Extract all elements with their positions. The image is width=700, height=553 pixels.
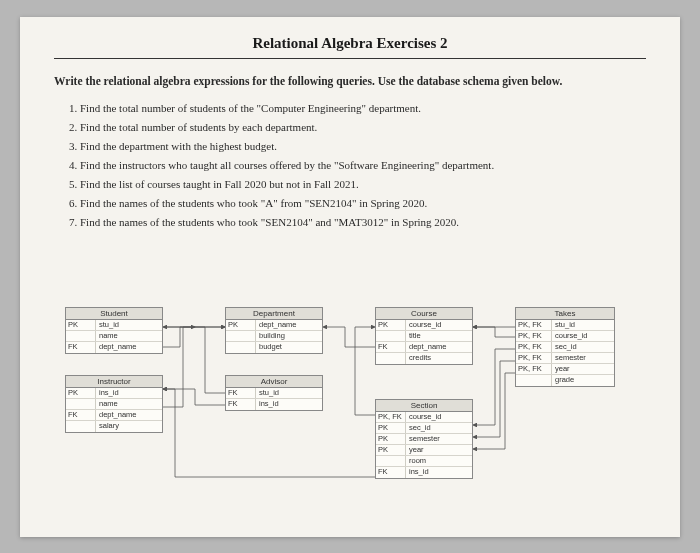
schema-diagram: Student PKstu_id name FKdept_name Instru…	[65, 307, 645, 517]
table-course: Course PKcourse_id title FKdept_name cre…	[375, 307, 473, 365]
table-advisor: Advisor FKstu_id FKins_id	[225, 375, 323, 411]
table-department: Department PKdept_name building budget	[225, 307, 323, 354]
table-header: Takes	[516, 308, 614, 320]
prompt-text: Write the relational algebra expressions…	[54, 73, 646, 89]
table-takes: Takes PK, FKstu_id PK, FKcourse_id PK, F…	[515, 307, 615, 387]
table-section: Section PK, FKcourse_id PKsec_id PKsemes…	[375, 399, 473, 479]
table-header: Section	[376, 400, 472, 412]
table-header: Advisor	[226, 376, 322, 388]
document-page: Relational Algebra Exercises 2 Write the…	[20, 17, 680, 537]
table-header: Department	[226, 308, 322, 320]
table-header: Course	[376, 308, 472, 320]
query-item: Find the total number of students of the…	[80, 99, 646, 117]
query-item: Find the list of courses taught in Fall …	[80, 175, 646, 193]
query-item: Find the names of the students who took …	[80, 194, 646, 212]
query-item: Find the names of the students who took …	[80, 213, 646, 231]
table-header: Student	[66, 308, 162, 320]
table-student: Student PKstu_id name FKdept_name	[65, 307, 163, 354]
table-header: Instructor	[66, 376, 162, 388]
query-item: Find the department with the highest bud…	[80, 137, 646, 155]
page-title: Relational Algebra Exercises 2	[54, 35, 646, 52]
query-item: Find the total number of students by eac…	[80, 118, 646, 136]
query-item: Find the instructors who taught all cour…	[80, 156, 646, 174]
query-list: Find the total number of students of the…	[80, 99, 646, 232]
table-instructor: Instructor PKins_id name FKdept_name sal…	[65, 375, 163, 433]
title-rule	[54, 58, 646, 59]
